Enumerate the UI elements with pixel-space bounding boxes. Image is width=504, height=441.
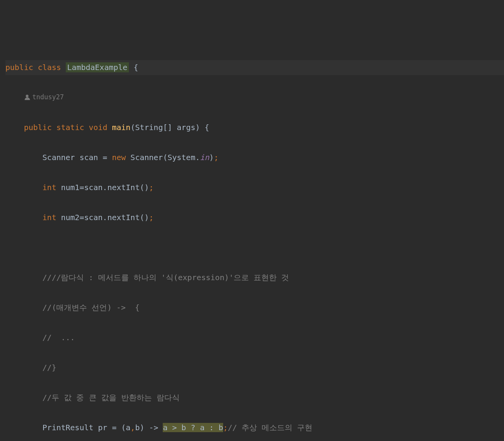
comment: // 추상 메소드의 구현 [228,423,312,432]
code-text: PrintResult pr = (a [42,423,130,432]
code-line[interactable]: public static void main(String[] args) { [5,120,504,135]
code-text: Scanner(System. [126,153,200,162]
keyword-static: static [56,123,84,132]
comment: //두 값 중 큰 값을 반환하는 람다식 [42,393,179,402]
keyword-public: public [24,123,52,132]
field-in: in [200,153,209,162]
type-scanner: Scanner [42,153,75,162]
code-line[interactable]: public class LambdaExample { [5,60,504,75]
method-main: main [112,123,130,132]
paren: ) [209,153,214,162]
person-icon [25,95,30,100]
code-line[interactable]: Scanner scan = new Scanner(System.in); [5,150,504,165]
code-line[interactable]: int num2=scan.nextInt(); [5,210,504,225]
highlighted-expression: a > b ? a : b [163,423,223,432]
comment: //} [42,363,56,372]
author-inlay[interactable]: tndusy27 [5,91,64,104]
code-line[interactable]: PrintResult pr = (a,b) -> a > b ? a : b;… [5,420,504,435]
comma: , [130,423,135,432]
keyword-class: class [38,63,61,72]
keyword-new: new [112,153,126,162]
code-line[interactable] [5,240,504,255]
semicolon: ; [149,213,154,222]
code-line[interactable]: //두 값 중 큰 값을 반환하는 람다식 [5,390,504,405]
keyword-int: int [42,213,56,222]
params: (String[] args) { [130,123,209,132]
semicolon: ; [223,423,228,432]
semicolon: ; [149,183,154,192]
author-name: tndusy27 [32,91,64,104]
keyword-public: public [5,63,33,72]
brace: { [129,63,138,72]
code-line[interactable]: // ... [5,330,504,345]
code-line[interactable]: //(매개변수 선언) -> { [5,300,504,315]
code-text: num1=scan.nextInt() [56,183,149,192]
code-line[interactable]: //} [5,360,504,375]
code-editor[interactable]: public class LambdaExample { tndusy27 pu… [5,60,504,441]
keyword-void: void [89,123,107,132]
inlay-hint-line: tndusy27 [5,90,504,105]
class-name-highlighted: LambdaExample [66,62,129,72]
code-text: b) -> [135,423,163,432]
semicolon: ; [214,153,219,162]
code-line[interactable]: ////람다식 : 메서드를 하나의 '식(expression)'으로 표현한… [5,270,504,285]
comment: ////람다식 : 메서드를 하나의 '식(expression)'으로 표현한… [42,273,289,282]
comment: // ... [42,333,75,342]
comment: //(매개변수 선언) -> { [42,303,139,312]
code-text: num2=scan.nextInt() [56,213,149,222]
keyword-int: int [42,183,56,192]
code-line[interactable]: int num1=scan.nextInt(); [5,180,504,195]
code-text: scan = [75,153,112,162]
